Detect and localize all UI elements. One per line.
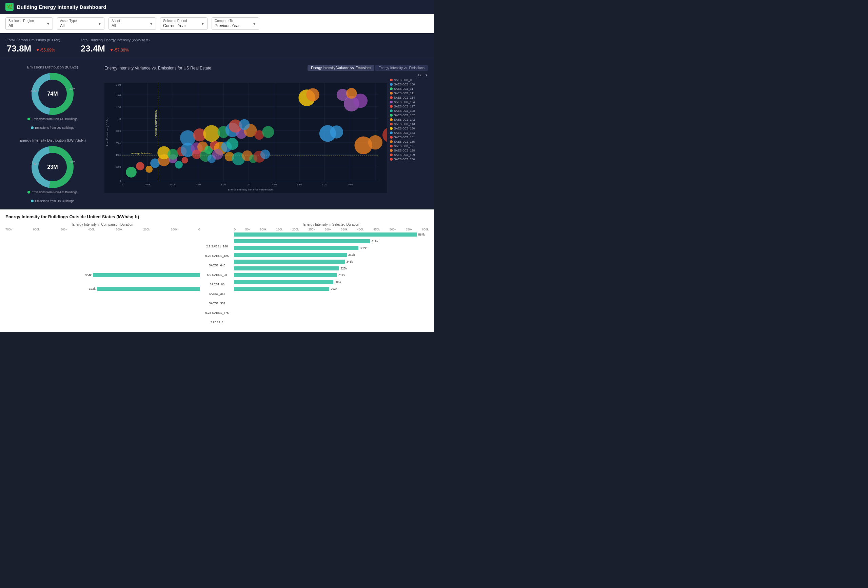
bar-right: Energy Intensity in Selected Duration 05… (234, 223, 428, 327)
legend-item-SAES-DC1_111: SAES-DC1_111 (390, 91, 428, 95)
filter-business-region[interactable]: Business RegionAll▼ (6, 17, 53, 30)
legend-item-SAES-DC1_11: SAES-DC1_11 (390, 87, 428, 90)
filter-bar: Business RegionAll▼Asset TypeAll▼AssetAl… (0, 14, 434, 33)
energy-value: 23.4M (81, 43, 105, 53)
svg-point-54 (136, 162, 145, 171)
bottom-title: Energy Intensity for Buildings Outside U… (6, 214, 428, 219)
svg-text:1.2M: 1.2M (116, 106, 121, 108)
energy-donut-legend: Emissions from Non-US Buildings Emission… (6, 190, 99, 203)
center-label-SAES1_425: 0.25 SAES1_425 (204, 252, 230, 259)
svg-text:41M: 41M (31, 89, 37, 93)
left-bar-row-SAES1_351: 334k (6, 273, 200, 278)
svg-text:800k: 800k (170, 183, 176, 186)
right-bar-row-SAES1_425: 419k (234, 239, 428, 244)
center-label-SAES1_68: SAES1_68 (204, 281, 230, 288)
metrics-bar: Total Carbon Emissions (tCO2e) 73.8M ▼-5… (0, 33, 434, 59)
left-bar-row-SAES1_425 (6, 239, 200, 244)
svg-point-53 (126, 167, 137, 178)
carbon-label: Total Carbon Emissions (tCO2e) (7, 38, 61, 42)
svg-text:400k: 400k (116, 154, 121, 156)
right-bar-row-SAES1_366: 325k (234, 266, 428, 271)
bar-chart-container: Energy Intensity in Comparison Duration … (6, 223, 428, 327)
svg-text:2M: 2M (247, 183, 251, 186)
scatter-title: Energy Intensity Variance vs. Emissions … (105, 66, 211, 71)
legend-dropdown-icon[interactable]: ▼ (425, 74, 428, 77)
tab-intensity-emissions[interactable]: Energy Intensity vs. Emissions (375, 65, 428, 71)
legend-item-SAES-DC1_181: SAES-DC1_181 (390, 136, 428, 139)
legend-item-SAES-DC1_0: SAES-DC1_0 (390, 78, 428, 82)
legend-item-SAES-DC1_100: SAES-DC1_100 (390, 83, 428, 86)
svg-text:1.4M: 1.4M (116, 94, 121, 97)
svg-text:1.6M: 1.6M (221, 183, 226, 186)
filter-asset[interactable]: AssetAll▼ (108, 17, 156, 30)
center-label-SAES1_98: 5.9 SAES1_98 (204, 271, 230, 278)
filter-selected-period[interactable]: Selected PeriodCurrent Year▼ (160, 17, 208, 30)
svg-text:1M: 1M (118, 118, 121, 120)
bar-left: Energy Intensity in Comparison Duration … (6, 223, 200, 327)
svg-text:Average Energy Intensity: Average Energy Intensity (155, 110, 157, 137)
legend-item-SAES-DC1_142: SAES-DC1_142 (390, 118, 428, 121)
legend-item-SAES-DC1_143: SAES-DC1_143 (390, 122, 428, 126)
svg-text:800k: 800k (116, 130, 121, 132)
svg-point-55 (145, 166, 153, 173)
energy-donut-section: Energy Intensity Distribution (kWh/SqFt)… (3, 136, 102, 205)
svg-point-74 (203, 125, 220, 141)
svg-text:Average Emissions: Average Emissions (131, 152, 152, 155)
svg-text:3.2M: 3.2M (322, 183, 328, 186)
emissions-donut-legend: Emissions from Non-US Buildings Emission… (6, 117, 99, 130)
right-bar-row-SAES1_1: 293k (234, 286, 428, 292)
svg-point-59 (175, 161, 183, 169)
scatter-header: Energy Intensity Variance vs. Emissions … (105, 65, 428, 71)
legend-item-SAES-DC1_199: SAES-DC1_199 (390, 153, 428, 156)
svg-text:3.6M: 3.6M (347, 183, 353, 186)
energy-donut-container: 1.3M 10M 23M (6, 145, 99, 189)
svg-point-80 (262, 126, 274, 138)
left-axis-ticks: 700k600k500k400k300k200k100k0 (6, 228, 200, 231)
svg-point-72 (180, 130, 196, 146)
svg-text:2.8M: 2.8M (297, 183, 302, 186)
main-content: Emissions Distribution (tCO2e) 41M 33M 7… (0, 59, 434, 208)
emissions-legend-nonUS: Emissions from Non-US Buildings (28, 117, 77, 121)
legend-item-SAES-DC1_19: SAES-DC1_19 (390, 144, 428, 148)
emissions-donut-center: 74M (47, 91, 58, 97)
filter-compare-to[interactable]: Compare ToPrevious Year▼ (211, 17, 259, 30)
left-bar-row-SAES1_643 (6, 245, 200, 251)
app-title: Building Energy Intensity Dashboard (17, 4, 106, 10)
svg-point-82 (239, 119, 250, 130)
svg-point-90 (346, 88, 357, 99)
svg-text:10M: 10M (69, 160, 75, 164)
energy-donut-title: Energy Intensity Distribution (kWh/SqFt) (6, 138, 99, 142)
svg-point-92 (368, 135, 382, 149)
svg-point-103 (260, 149, 270, 159)
svg-text:Energy Intensity Variance Perc: Energy Intensity Variance Percentage (228, 188, 273, 191)
right-panel: Energy Intensity Variance vs. Emissions … (102, 62, 431, 205)
filter-asset-type[interactable]: Asset TypeAll▼ (57, 17, 105, 30)
emissions-donut-container: 41M 33M 74M (6, 72, 99, 116)
svg-point-62 (167, 149, 179, 160)
tab-variance-emissions[interactable]: Energy Intensity Variance vs. Emissions (307, 65, 374, 71)
svg-text:2.4M: 2.4M (272, 183, 277, 186)
right-bar-row-SAES1_643: 382k (234, 245, 428, 251)
center-label-SAES1_146: 2.2 SAES1_146 (204, 243, 230, 250)
svg-point-84 (330, 125, 343, 139)
left-bar-row-SAES1_575 (6, 279, 200, 285)
energy-legend-nonUS: Emissions from Non-US Buildings (28, 190, 77, 194)
scatter-plot: Average Energy Intensity Average Emissio… (105, 74, 387, 202)
left-bar-row-SAES1_146 (6, 232, 200, 237)
right-bar-row-SAES1_98: 347k (234, 252, 428, 258)
svg-text:1.2M: 1.2M (196, 183, 201, 186)
bottom-section: Energy Intensity for Buildings Outside U… (0, 209, 434, 332)
carbon-value: 73.8M (7, 43, 31, 53)
left-panel: Emissions Distribution (tCO2e) 41M 33M 7… (3, 62, 102, 205)
carbon-emissions-metric: Total Carbon Emissions (tCO2e) 73.8M ▼-5… (7, 38, 61, 54)
legend-item-SAES-DC1_185: SAES-DC1_185 (390, 140, 428, 143)
legend-item-SAES-DC1_114: SAES-DC1_114 (390, 96, 428, 99)
right-bar-row-SAES1_146: 564k (234, 232, 428, 237)
scatter-area: Average Energy Intensity Average Emissio… (105, 74, 428, 202)
svg-text:400k: 400k (145, 183, 151, 186)
right-bar-row-SAES1_351: 317k (234, 273, 428, 278)
svg-point-60 (182, 157, 188, 164)
emissions-donut-title: Emissions Distribution (tCO2e) (6, 65, 99, 69)
right-bar-row-SAES1_68: 345k (234, 259, 428, 264)
energy-intensity-metric: Total Building Energy Intensity (kWh/sq … (81, 38, 150, 54)
